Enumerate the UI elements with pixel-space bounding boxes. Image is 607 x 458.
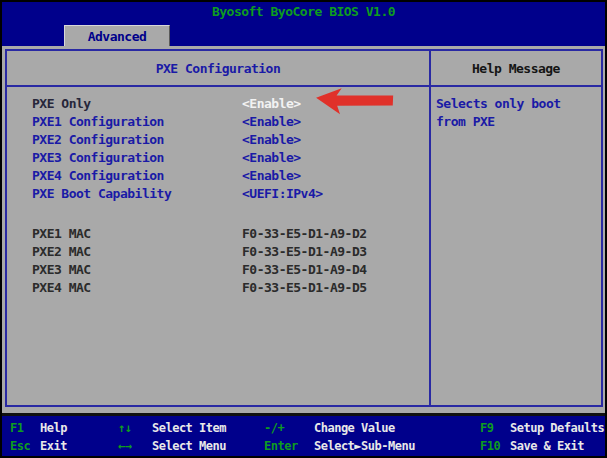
key-minus-plus-label: Change Value: [314, 419, 395, 437]
key-f9: F9: [480, 419, 493, 437]
mac-value: F0-33-E5-D1-A9-D3: [242, 243, 367, 261]
key-esc-label: Exit: [40, 437, 67, 455]
mac-label: PXE2 MAC: [32, 243, 91, 261]
option-pxe3-configuration[interactable]: PXE3 Configuration <Enable>: [7, 149, 429, 167]
option-pxe-boot-capability[interactable]: PXE Boot Capability <UEFI:IPv4>: [7, 185, 429, 203]
key-esc: Esc: [10, 437, 30, 455]
panel-body: PXE Only <Enable> PXE1 Configuration <En…: [7, 87, 601, 405]
readonly-pxe1-mac: PXE1 MAC F0-33-E5-D1-A9-D2: [7, 225, 429, 243]
option-label: PXE3 Configuration: [32, 149, 164, 167]
option-pxe2-configuration[interactable]: PXE2 Configuration <Enable>: [7, 131, 429, 149]
key-f10-label: Save & Exit: [510, 437, 584, 455]
option-label: PXE2 Configuration: [32, 131, 164, 149]
option-pxe1-configuration[interactable]: PXE1 Configuration <Enable>: [7, 113, 429, 131]
key-f1-label: Help: [40, 419, 67, 437]
readonly-pxe3-mac: PXE3 MAC F0-33-E5-D1-A9-D4: [7, 261, 429, 279]
option-value[interactable]: <Enable>: [242, 113, 301, 131]
key-updown-label: Select Item: [152, 419, 226, 437]
key-f10: F10: [480, 437, 500, 455]
key-enter: Enter: [264, 437, 298, 455]
mac-label: PXE1 MAC: [32, 225, 91, 243]
mac-value: F0-33-E5-D1-A9-D4: [242, 261, 367, 279]
help-panel: Selects only boot from PXE: [431, 87, 601, 405]
hotkey-row-1: F1 Help ↑↓ Select Item -/+ Change Value …: [2, 419, 605, 437]
option-pxe4-configuration[interactable]: PXE4 Configuration <Enable>: [7, 167, 429, 185]
readonly-pxe4-mac: PXE4 MAC F0-33-E5-D1-A9-D5: [7, 279, 429, 297]
mac-value: F0-33-E5-D1-A9-D5: [242, 279, 367, 297]
help-text: Selects only boot from PXE: [436, 95, 586, 131]
key-enter-label: Select►Sub-Menu: [314, 437, 415, 455]
key-minus-plus: -/+: [264, 419, 284, 437]
key-leftright-label: Select Menu: [152, 437, 226, 455]
option-value[interactable]: <Enable>: [242, 131, 301, 149]
option-label: PXE4 Configuration: [32, 167, 164, 185]
hotkey-row-2: Esc Exit ←→ Select Menu Enter Select►Sub…: [2, 437, 605, 455]
option-value[interactable]: <Enable>: [242, 167, 301, 185]
key-leftright-icon: ←→: [118, 437, 131, 455]
bios-setup-screen: Byosoft ByoCore BIOS V1.0 Advanced PXE C…: [0, 0, 607, 458]
option-value[interactable]: <Enable>: [242, 95, 301, 113]
readonly-pxe2-mac: PXE2 MAC F0-33-E5-D1-A9-D3: [7, 243, 429, 261]
mac-label: PXE3 MAC: [32, 261, 91, 279]
option-value[interactable]: <UEFI:IPv4>: [242, 185, 323, 203]
option-value[interactable]: <Enable>: [242, 149, 301, 167]
hotkey-bar: F1 Help ↑↓ Select Item -/+ Change Value …: [2, 413, 605, 456]
key-f1: F1: [10, 419, 23, 437]
tab-advanced[interactable]: Advanced: [64, 25, 170, 46]
main-panel: PXE Configuration Help Message PXE Only …: [5, 49, 603, 407]
help-panel-title: Help Message: [431, 51, 601, 85]
panel-header: PXE Configuration Help Message: [7, 51, 601, 87]
menu-tab-bar: Advanced: [2, 22, 605, 46]
option-label: PXE Boot Capability: [32, 185, 171, 203]
mac-value: F0-33-E5-D1-A9-D2: [242, 225, 367, 243]
key-updown-icon: ↑↓: [118, 419, 131, 437]
options-list: PXE Only <Enable> PXE1 Configuration <En…: [7, 87, 431, 405]
mac-label: PXE4 MAC: [32, 279, 91, 297]
option-label: PXE1 Configuration: [32, 113, 164, 131]
option-label: PXE Only: [32, 95, 91, 113]
option-pxe-only[interactable]: PXE Only <Enable>: [7, 95, 429, 113]
bios-title: Byosoft ByoCore BIOS V1.0: [2, 2, 605, 22]
key-f9-label: Setup Defaults: [510, 419, 604, 437]
page-title: PXE Configuration: [7, 51, 431, 85]
